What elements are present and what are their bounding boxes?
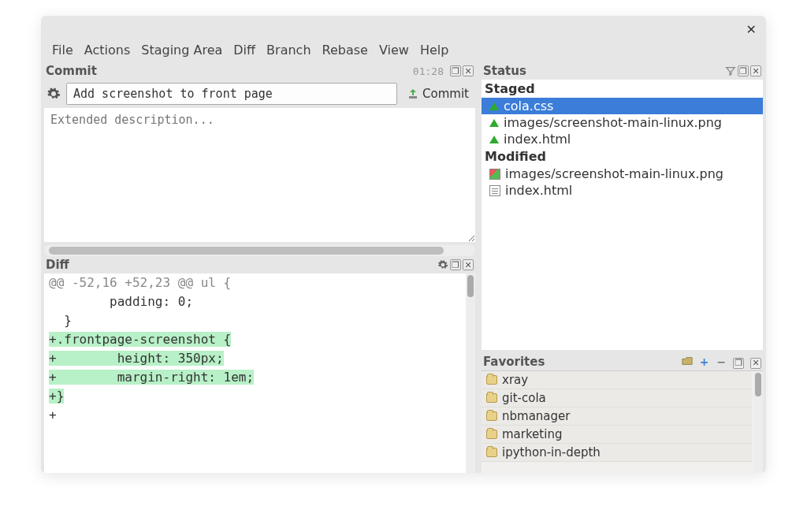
add-favorite-icon[interactable]: + bbox=[699, 356, 710, 367]
right-column: Status ❐ ✕ Staged cola.cssimages/screens… bbox=[478, 62, 766, 473]
modified-header: Modified bbox=[482, 147, 763, 166]
gear-icon[interactable] bbox=[46, 86, 61, 102]
diff-line: +} bbox=[44, 387, 475, 406]
diff-line: } bbox=[44, 311, 475, 330]
remove-favorite-icon[interactable]: − bbox=[716, 356, 727, 367]
diff-line: + bbox=[44, 406, 475, 425]
favorites-close-icon[interactable]: ✕ bbox=[750, 358, 761, 369]
window: ✕ File Actions Staging Area Diff Branch … bbox=[41, 16, 766, 473]
commit-summary-input[interactable] bbox=[66, 83, 397, 105]
staged-header: Staged bbox=[482, 80, 763, 98]
file-name: index.html bbox=[504, 132, 571, 147]
file-name: cola.css bbox=[504, 99, 553, 113]
open-folder-icon[interactable] bbox=[682, 355, 693, 366]
file-name: index.html bbox=[505, 183, 572, 198]
extended-description-input[interactable] bbox=[44, 108, 475, 242]
diff-panel-title: Diff bbox=[46, 258, 69, 272]
favorite-label: marketing bbox=[502, 427, 562, 441]
staged-file-row[interactable]: images/screenshot-main-linux.png bbox=[482, 114, 763, 131]
menu-branch[interactable]: Branch bbox=[266, 43, 311, 58]
folder-icon bbox=[486, 448, 497, 457]
favorite-label: nbmanager bbox=[502, 409, 570, 423]
status-list: Staged cola.cssimages/screenshot-main-li… bbox=[482, 80, 763, 350]
favorites-panel-title: Favorites bbox=[483, 355, 545, 369]
folder-icon bbox=[486, 430, 497, 439]
menu-diff[interactable]: Diff bbox=[233, 43, 255, 58]
favorite-item[interactable]: ipython-in-depth bbox=[482, 444, 752, 462]
folder-icon bbox=[486, 375, 497, 385]
status-close-icon[interactable]: ✕ bbox=[750, 65, 761, 76]
commit-panel-title: Commit bbox=[46, 64, 97, 78]
file-name: images/screenshot-main-linux.png bbox=[504, 115, 722, 130]
staged-icon bbox=[489, 102, 499, 110]
favorite-label: xray bbox=[502, 373, 528, 387]
diff-line: +.frontpage-screenshot { bbox=[44, 330, 475, 349]
favorites-vscrollbar[interactable] bbox=[753, 371, 763, 473]
menubar: File Actions Staging Area Diff Branch Re… bbox=[41, 35, 766, 62]
diff-vscrollbar[interactable] bbox=[466, 273, 475, 473]
diff-line: @@ -52,16 +52,23 @@ ul { bbox=[44, 273, 475, 292]
modified-file-row[interactable]: images/screenshot-main-linux.png bbox=[482, 166, 763, 182]
status-restore-icon[interactable]: ❐ bbox=[738, 65, 749, 76]
staged-icon bbox=[489, 119, 499, 127]
favorite-label: ipython-in-depth bbox=[502, 445, 601, 459]
left-column: Commit 01:28 ❐ ✕ Commit bbox=[41, 62, 478, 473]
status-panel-header: Status ❐ ✕ bbox=[478, 62, 766, 80]
commit-icon bbox=[407, 87, 419, 100]
filter-icon[interactable] bbox=[725, 65, 736, 76]
favorites-list: xraygit-colanbmanagermarketingipython-in… bbox=[482, 370, 763, 473]
diff-line: + margin-right: 1em; bbox=[44, 368, 475, 387]
menu-file[interactable]: File bbox=[52, 43, 73, 58]
status-panel-title: Status bbox=[483, 64, 526, 78]
restore-icon[interactable]: ❐ bbox=[450, 65, 461, 76]
commit-button[interactable]: Commit bbox=[402, 85, 474, 102]
commit-panel-header: Commit 01:28 ❐ ✕ bbox=[41, 62, 478, 80]
diff-restore-icon[interactable]: ❐ bbox=[450, 259, 461, 270]
svg-rect-0 bbox=[409, 96, 417, 99]
menu-help[interactable]: Help bbox=[420, 43, 448, 58]
diff-panel-header: Diff ❐ ✕ bbox=[41, 256, 478, 273]
menu-rebase[interactable]: Rebase bbox=[322, 43, 368, 58]
favorite-item[interactable]: xray bbox=[482, 371, 752, 389]
h-scrollbar[interactable] bbox=[44, 245, 475, 256]
file-name: images/screenshot-main-linux.png bbox=[505, 166, 723, 181]
document-icon bbox=[489, 185, 500, 196]
folder-icon bbox=[486, 411, 497, 421]
staged-file-row[interactable]: cola.css bbox=[482, 98, 763, 114]
menu-view[interactable]: View bbox=[379, 43, 409, 58]
diff-line: padding: 0; bbox=[44, 292, 475, 311]
close-icon[interactable]: ✕ bbox=[746, 22, 757, 37]
staged-icon bbox=[489, 136, 499, 143]
image-icon bbox=[489, 169, 500, 180]
diff-viewer[interactable]: @@ -52,16 +52,23 @@ ul { padding: 0; }+.… bbox=[44, 273, 475, 473]
favorites-panel-header: Favorites + − ❐ ✕ bbox=[478, 353, 766, 370]
favorite-item[interactable]: git-cola bbox=[482, 389, 752, 407]
commit-button-label: Commit bbox=[422, 87, 469, 101]
diff-gear-icon[interactable] bbox=[437, 259, 448, 270]
modified-file-row[interactable]: index.html bbox=[482, 182, 763, 199]
commit-time: 01:28 bbox=[413, 65, 444, 77]
favorite-item[interactable]: nbmanager bbox=[482, 407, 752, 426]
staged-file-row[interactable]: index.html bbox=[482, 131, 763, 147]
menu-staging-area[interactable]: Staging Area bbox=[141, 43, 222, 58]
diff-close-icon[interactable]: ✕ bbox=[463, 259, 474, 270]
close-panel-icon[interactable]: ✕ bbox=[463, 65, 474, 76]
favorite-item[interactable]: marketing bbox=[482, 426, 752, 444]
menu-actions[interactable]: Actions bbox=[84, 43, 130, 58]
favorites-restore-icon[interactable]: ❐ bbox=[733, 358, 744, 369]
favorite-label: git-cola bbox=[502, 391, 546, 405]
folder-icon bbox=[486, 393, 497, 403]
diff-line: + height: 350px; bbox=[44, 349, 475, 368]
